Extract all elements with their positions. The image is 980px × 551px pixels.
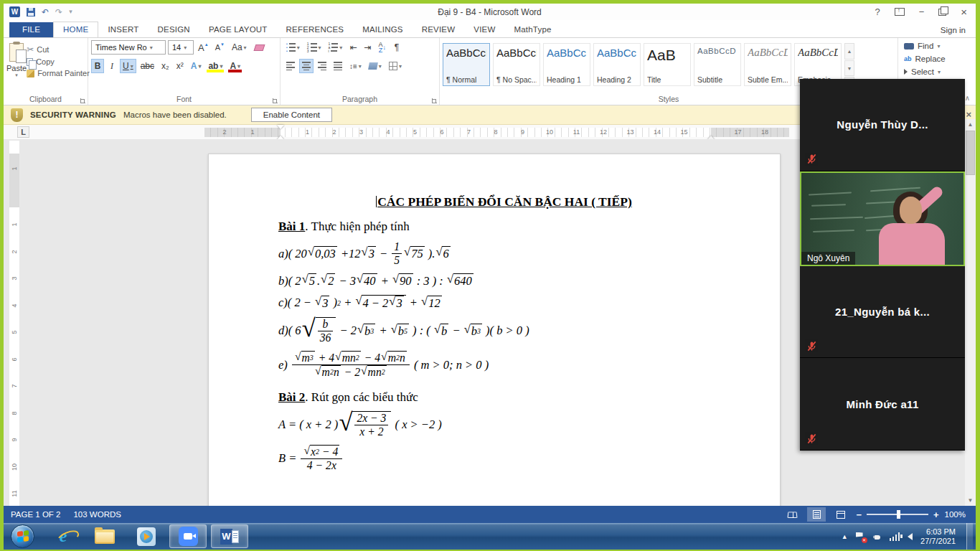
- page-indicator[interactable]: PAGE 1 OF 2: [11, 510, 60, 519]
- clear-formatting-button[interactable]: [252, 40, 267, 55]
- show-desktop-button[interactable]: [966, 523, 973, 550]
- find-button[interactable]: Find▾: [904, 42, 973, 50]
- copy-button[interactable]: Copy: [27, 57, 90, 66]
- volume-icon[interactable]: [908, 533, 913, 540]
- close-icon[interactable]: ×: [961, 6, 967, 18]
- cut-button[interactable]: ✂Cut: [27, 44, 90, 55]
- web-layout-button[interactable]: [831, 507, 850, 522]
- taskbar-file-explorer[interactable]: [86, 524, 123, 548]
- paragraph-dialog-launcher[interactable]: [432, 98, 437, 103]
- taskbar-zoom-app[interactable]: [169, 524, 207, 548]
- taskbar-clock[interactable]: 6:03 PM 27/7/2021: [920, 527, 958, 546]
- italic-button[interactable]: I: [105, 59, 118, 73]
- document-page[interactable]: CÁC PHÉP BIẾN ĐỔI CĂN BẬC HAI ( TIẾP) Bà…: [208, 154, 781, 506]
- paste-button[interactable]: Paste ▾: [6, 40, 27, 93]
- multilevel-list-button[interactable]: 1ai▾: [326, 40, 346, 55]
- tab-home[interactable]: HOME: [53, 22, 98, 37]
- ribbon-display-options-icon[interactable]: [895, 8, 905, 16]
- tab-insert[interactable]: INSERT: [98, 22, 148, 37]
- zoom-in-button[interactable]: +: [933, 509, 939, 520]
- customize-qat-icon[interactable]: ▾: [69, 9, 72, 15]
- subscript-button[interactable]: x₂: [159, 59, 172, 73]
- tray-expand-icon[interactable]: ▲: [842, 533, 848, 540]
- text-effects-button[interactable]: A▾: [188, 59, 204, 73]
- zoom-slider-thumb[interactable]: [897, 510, 900, 519]
- align-right-button[interactable]: [315, 59, 329, 73]
- network-signal-icon[interactable]: [890, 532, 900, 541]
- undo-icon[interactable]: ↶: [42, 8, 49, 17]
- sort-button[interactable]: AZ↓: [376, 40, 390, 55]
- justify-button[interactable]: [331, 59, 345, 73]
- participant-tile[interactable]: 21_Nguyễn bá k...: [800, 266, 965, 359]
- zoom-slider[interactable]: − +: [856, 509, 938, 520]
- participant-tile[interactable]: Minh Đức a11: [800, 358, 965, 451]
- font-size-combo[interactable]: 14▾: [168, 40, 194, 55]
- start-button[interactable]: [11, 524, 34, 548]
- style-card-subtitle[interactable]: AaBbCcDSubtitle: [694, 43, 741, 86]
- taskbar-internet-explorer[interactable]: e: [44, 524, 82, 548]
- align-center-button[interactable]: [299, 59, 314, 73]
- style-card-normal[interactable]: AaBbCcDd¶ Normal: [443, 43, 490, 86]
- participant-tile[interactable]: Nguyễn Thùy D...: [800, 79, 965, 171]
- styles-scroll-down-icon[interactable]: ▼: [844, 60, 854, 77]
- restore-icon[interactable]: [938, 9, 946, 16]
- superscript-button[interactable]: x²: [174, 59, 187, 73]
- tab-stop-selector[interactable]: L: [17, 126, 29, 138]
- tab-mathtype[interactable]: MathType: [504, 22, 560, 37]
- replace-button[interactable]: abReplace: [904, 55, 973, 63]
- tab-design[interactable]: DESIGN: [149, 22, 199, 37]
- shading-button[interactable]: ▾: [366, 59, 385, 73]
- font-dialog-launcher[interactable]: [273, 98, 278, 103]
- borders-button[interactable]: ▾: [386, 59, 405, 73]
- security-bar-close-icon[interactable]: ×: [966, 109, 971, 120]
- vertical-scrollbar[interactable]: ▲ ▼: [965, 119, 976, 506]
- sign-in-link[interactable]: Sign in: [941, 26, 966, 34]
- clipboard-dialog-launcher[interactable]: [80, 98, 85, 103]
- vertical-ruler[interactable]: 11234567891011: [9, 141, 19, 506]
- format-painter-button[interactable]: Format Painter: [27, 69, 90, 77]
- tab-page-layout[interactable]: PAGE LAYOUT: [199, 22, 277, 37]
- strikethrough-button[interactable]: abc: [138, 59, 157, 73]
- numbering-button[interactable]: 123▾: [304, 40, 324, 55]
- print-layout-button[interactable]: [807, 507, 826, 522]
- minimize-icon[interactable]: −: [919, 6, 925, 17]
- save-icon[interactable]: [27, 8, 35, 17]
- scroll-up-icon[interactable]: ▲: [965, 119, 976, 130]
- read-mode-button[interactable]: [783, 507, 801, 522]
- scroll-down-icon[interactable]: ▼: [965, 495, 976, 506]
- horizontal-ruler[interactable]: 211234567891011121314151718: [204, 128, 789, 137]
- zoom-out-button[interactable]: −: [856, 509, 862, 520]
- taskbar-word-app[interactable]: W: [211, 524, 248, 548]
- zoom-participants-panel[interactable]: Nguyễn Thùy D...Ngô Xuyên21_Nguyễn bá k.…: [800, 79, 965, 451]
- bold-button[interactable]: B: [91, 59, 104, 73]
- style-card-title[interactable]: AaBTitle: [644, 43, 691, 86]
- scrollbar-thumb[interactable]: [966, 131, 975, 175]
- collapse-ribbon-icon[interactable]: ∧: [965, 94, 970, 102]
- underline-button[interactable]: U▾: [120, 59, 136, 73]
- styles-scroll-up-icon[interactable]: ▲: [844, 43, 854, 60]
- first-line-indent-marker[interactable]: [277, 125, 284, 129]
- grow-font-button[interactable]: [196, 42, 211, 54]
- align-left-button[interactable]: [283, 59, 298, 73]
- select-button[interactable]: Select▾: [904, 67, 973, 76]
- action-center-icon[interactable]: [856, 532, 865, 541]
- help-icon[interactable]: ?: [875, 6, 880, 17]
- font-name-combo[interactable]: Times New Ro▾: [91, 40, 166, 55]
- bullets-button[interactable]: •••▾: [283, 40, 303, 55]
- style-card-subtle-em[interactable]: AaBbCcDSubtle Em...: [744, 43, 791, 86]
- tab-references[interactable]: REFERENCES: [277, 22, 354, 37]
- style-card-heading-2[interactable]: AaBbCcHeading 2: [593, 43, 641, 86]
- style-card-no-spac[interactable]: AaBbCcDd¶ No Spac...: [493, 43, 540, 86]
- style-card-heading-1[interactable]: AaBbCcHeading 1: [543, 43, 590, 86]
- enable-content-button[interactable]: Enable Content: [251, 108, 332, 122]
- tab-file[interactable]: FILE: [9, 22, 53, 37]
- shrink-font-button[interactable]: [213, 42, 227, 53]
- zoom-level[interactable]: 100%: [945, 510, 966, 519]
- taskbar-media-player[interactable]: [128, 524, 165, 548]
- tab-view[interactable]: VIEW: [464, 22, 504, 37]
- word-count[interactable]: 103 WORDS: [73, 510, 121, 519]
- participant-tile[interactable]: Ngô Xuyên: [800, 171, 965, 266]
- highlight-color-button[interactable]: ab▾: [205, 59, 225, 73]
- increase-indent-button[interactable]: ⇥: [361, 40, 374, 55]
- show-paragraph-marks-button[interactable]: ¶: [390, 40, 403, 55]
